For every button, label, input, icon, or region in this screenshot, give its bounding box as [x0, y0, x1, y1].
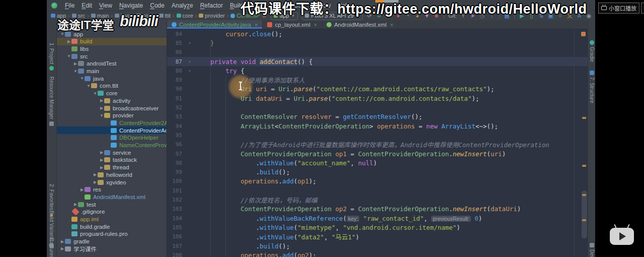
- menu-analyze[interactable]: Analyze: [168, 2, 197, 9]
- line-number[interactable]: 106: [167, 233, 184, 240]
- inspections-indicator-icon[interactable]: [581, 32, 586, 36]
- line-number[interactable]: 94: [167, 123, 184, 130]
- menu-refactor[interactable]: Refactor: [197, 2, 226, 9]
- tree-item-app.iml[interactable]: app.iml: [57, 216, 167, 223]
- line-number[interactable]: 92: [167, 104, 184, 111]
- parameter-hint: key:: [347, 216, 359, 222]
- menu-view[interactable]: View: [96, 2, 116, 9]
- tree-item-java[interactable]: ▼java: [57, 75, 167, 82]
- tree-item-gradle[interactable]: ▶gradle: [57, 238, 167, 245]
- tree-item-broadcastreceiver[interactable]: ▶broadcastreceiver: [57, 104, 167, 112]
- token: .: [279, 177, 283, 185]
- tree-item-com.ttit[interactable]: ▼com.ttit: [57, 82, 167, 90]
- scrollbar-thumb[interactable]: [582, 190, 587, 238]
- tab-close-icon[interactable]: ×: [390, 22, 393, 28]
- tool-window-button-device-file-explorer[interactable]: Device File Explorer: [588, 243, 595, 257]
- tree-item-NameContentProvider[interactable]: NameContentProvider: [57, 142, 167, 149]
- tree-item-label: 学习课件: [73, 245, 97, 252]
- line-number[interactable]: 107: [167, 243, 184, 249]
- tab-close-icon[interactable]: ×: [255, 22, 258, 28]
- menu-navigate[interactable]: Navigate: [116, 2, 146, 9]
- ic-pro-icon: [71, 231, 77, 236]
- ic-folder-blue-icon: [65, 239, 71, 244]
- line-number[interactable]: 101: [167, 187, 184, 194]
- token: );: [471, 95, 479, 102]
- tree-item-build.gradle[interactable]: build.gradle: [57, 223, 167, 230]
- token: .: [256, 215, 260, 222]
- line-number[interactable]: 85: [167, 40, 184, 46]
- line-number[interactable]: 102: [167, 197, 184, 203]
- token: "data2": [297, 233, 324, 241]
- pip-close-button[interactable]: ×: [641, 3, 644, 14]
- line-number[interactable]: 90: [167, 86, 184, 92]
- line-number[interactable]: 93: [167, 113, 184, 120]
- line-number[interactable]: 84: [167, 31, 184, 37]
- tree-item-provider[interactable]: ▼provider: [57, 112, 167, 119]
- tree-item-.gitignore[interactable]: .gitignore: [57, 208, 167, 216]
- menu-code[interactable]: Code: [146, 2, 168, 9]
- tool-window-button-resource-manager[interactable]: Resource Manager: [47, 77, 56, 126]
- menu-file[interactable]: File: [61, 2, 78, 9]
- line-number[interactable]: 105: [167, 224, 184, 231]
- line-number[interactable]: 88: [167, 68, 184, 74]
- line-number[interactable]: 100: [167, 178, 184, 184]
- tab-ContentProviderActivity.java[interactable]: ContentProviderActivity.java×: [167, 20, 263, 29]
- android-studio-window: FileEditViewNavigateCodeAnalyzeRefactorB…: [47, 0, 595, 257]
- breadcrumb-item-core[interactable]: core: [176, 13, 194, 19]
- tool-window-button-captures[interactable]: Captures: [47, 238, 56, 257]
- project-tree-panel[interactable]: ▼app▶buildlibs▼src▶androidTest▼main▼java…: [57, 20, 167, 257]
- tree-item-taskstack[interactable]: ▶taskstack: [57, 156, 167, 164]
- token: ArrayList: [441, 122, 475, 130]
- line-number[interactable]: 86: [167, 49, 184, 55]
- tree-item-core[interactable]: ▼core: [57, 90, 167, 97]
- breadcrumb-item-provider[interactable]: provider: [198, 13, 226, 19]
- line-number[interactable]: 104: [167, 215, 184, 222]
- line-number[interactable]: 103: [167, 206, 184, 212]
- code-line-94: 94 ArrayList<ContentProviderOperation> o…: [167, 121, 588, 131]
- tool-window-button-gradle[interactable]: Gradle: [588, 40, 595, 62]
- tree-item-androidTest[interactable]: ▶androidTest: [57, 60, 167, 68]
- tree-item-AndroidManifest.xml[interactable]: AndroidManifest.xml: [57, 193, 167, 201]
- tree-item-label: thread: [113, 164, 129, 170]
- tree-item-thread[interactable]: ▶thread: [57, 164, 167, 171]
- line-number[interactable]: 97: [167, 151, 184, 157]
- tab-AndroidManifest.xml[interactable]: AndroidManifest.xml×: [322, 20, 398, 29]
- tool-window-button-1-project[interactable]: 1: Project: [47, 43, 56, 71]
- tab-cp_layout.xml[interactable]: cp_layout.xml×: [263, 20, 322, 29]
- code-editor[interactable]: 84 cursor.close();85▾ }8687▾ private voi…: [167, 29, 588, 257]
- tool-window-button-7-structure[interactable]: 7: Structure: [588, 71, 595, 103]
- line-number[interactable]: 96: [167, 141, 184, 148]
- breadcrumb-item-ttit[interactable]: ttit: [158, 13, 172, 19]
- tree-item-proguard-rules.pro[interactable]: proguard-rules.pro: [57, 230, 167, 238]
- tree-item-DBOpenHelper[interactable]: DBOpenHelper: [57, 134, 167, 142]
- line-number[interactable]: 95: [167, 132, 184, 139]
- error-stripe-mark: [582, 117, 586, 119]
- tree-item-ContentProviderActivity[interactable]: ContentProviderActivity: [57, 126, 167, 134]
- line-number[interactable]: 89: [167, 77, 184, 83]
- tree-item-service[interactable]: ▶service: [57, 149, 167, 156]
- pip-play-button[interactable]: 小窗口播放: [598, 3, 639, 14]
- tab-close-icon[interactable]: ×: [314, 22, 317, 28]
- tree-item-helloworld[interactable]: ▶helloworld: [57, 171, 167, 178]
- tree-item-src[interactable]: ▼src: [57, 52, 167, 60]
- tree-item-res[interactable]: ▶res: [57, 186, 167, 194]
- tree-item-xgvideo[interactable]: ▶xgvideo: [57, 178, 167, 186]
- tree-item-main[interactable]: ▼main: [57, 68, 167, 75]
- line-number[interactable]: 99: [167, 169, 184, 175]
- tree-item-test[interactable]: ▶test: [57, 201, 167, 208]
- menu-edit[interactable]: Edit: [78, 2, 96, 9]
- editor-area[interactable]: ContentProviderActivity.java×cp_layout.x…: [167, 20, 588, 257]
- tree-item-学习课件[interactable]: ▶学习课件: [57, 245, 167, 252]
- tree-item-ContentProvider2Activity[interactable]: ContentProvider2Activity: [57, 119, 167, 126]
- tree-item-build[interactable]: ▶build: [57, 38, 167, 45]
- tree-item-activity[interactable]: ▶activity: [57, 97, 167, 104]
- tree-item-libs[interactable]: libs: [57, 45, 167, 52]
- line-number[interactable]: 91: [167, 95, 184, 102]
- line-number[interactable]: 98: [167, 160, 184, 166]
- code-text: .withValueBackReference(key: "raw_contac…: [195, 215, 482, 222]
- chevron-right-icon: ▶: [60, 239, 65, 244]
- tree-item-label: build.gradle: [80, 224, 110, 230]
- line-number[interactable]: 87: [167, 58, 184, 65]
- line-number[interactable]: 108: [167, 252, 184, 257]
- watermark-download-link: 代码课件下载：https://gitee.com/hwdroid/HelloWo…: [240, 0, 587, 18]
